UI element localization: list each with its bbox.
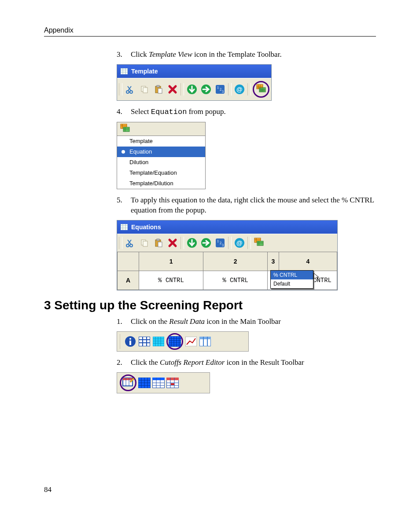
section-heading: 3 Setting up the Screening Report xyxy=(44,298,376,312)
popup-item-equation[interactable]: Equation xyxy=(117,147,205,157)
copy-icon[interactable] xyxy=(138,237,151,249)
svg-point-2 xyxy=(130,91,133,93)
down-arrow-icon[interactable] xyxy=(186,83,198,95)
grid-icon xyxy=(121,224,128,230)
context-item-cntrl[interactable]: % CNTRL xyxy=(271,271,313,279)
svg-text:2: 2 xyxy=(220,241,221,245)
running-head: Appendix xyxy=(44,26,376,37)
delete-icon[interactable] xyxy=(166,237,179,249)
svg-rect-6 xyxy=(157,85,159,87)
page-number: 84 xyxy=(44,485,52,494)
main-toolbar xyxy=(117,331,249,352)
template-view-icon xyxy=(120,124,130,134)
paste-icon[interactable] xyxy=(152,237,165,249)
popup-item-template-dilution[interactable]: Template/Dilution xyxy=(117,178,205,189)
svg-text:@: @ xyxy=(236,239,243,246)
svg-text:@: @ xyxy=(236,86,243,93)
svg-text:3: 3 xyxy=(222,90,224,94)
down-arrow-icon[interactable] xyxy=(186,237,198,249)
step-num: 2. xyxy=(117,358,125,368)
grid-blue-icon[interactable] xyxy=(138,335,151,348)
svg-rect-4 xyxy=(143,88,147,93)
svg-point-22 xyxy=(130,244,133,247)
grid-blue-icon[interactable] xyxy=(138,377,151,389)
popup-menu: Template Equation Dilution Template/Equa… xyxy=(117,122,206,189)
copy-icon[interactable] xyxy=(138,83,151,95)
chart-icon[interactable] xyxy=(185,335,197,348)
cutoffs-editor-icon[interactable] xyxy=(122,377,134,389)
numbers-icon[interactable]: 123 xyxy=(214,237,226,249)
table-icon[interactable] xyxy=(199,335,211,348)
svg-rect-54 xyxy=(171,383,174,385)
section-title: Setting up the Screening Report xyxy=(54,298,243,312)
grid-cyan-icon[interactable] xyxy=(152,335,165,348)
col-head-4: 4 xyxy=(279,252,337,271)
paste-icon[interactable] xyxy=(152,83,165,95)
cell-a1[interactable]: % CNTRL xyxy=(139,271,203,290)
cell-a2[interactable]: % CNTRL xyxy=(203,271,268,290)
svg-text:3: 3 xyxy=(222,243,224,247)
equations-table: 1 2 3 4 A % CNTRL % CNTRL % CNTRL xyxy=(117,252,337,290)
equations-title: Equations xyxy=(131,224,161,231)
template-toolbar: 123 @ xyxy=(117,78,271,100)
cut-icon[interactable] xyxy=(124,237,136,249)
cut-icon[interactable] xyxy=(124,83,136,95)
grid-icon xyxy=(121,68,128,74)
svg-rect-27 xyxy=(158,242,162,247)
popup-list: Template Equation Dilution Template/Equa… xyxy=(117,136,205,189)
template-view-icon[interactable] xyxy=(255,83,267,95)
equations-toolbar: 123 @ xyxy=(117,234,337,252)
template-view-icon[interactable] xyxy=(253,237,265,249)
svg-rect-37 xyxy=(257,241,263,246)
svg-point-1 xyxy=(126,91,129,93)
step-text: Click on the Result Data icon in the Mai… xyxy=(131,317,281,327)
equations-window: Equations 123 @ xyxy=(117,220,338,290)
step-3: 3. Click Template View icon in the Templ… xyxy=(117,50,376,60)
context-item-default[interactable]: Default xyxy=(271,279,313,288)
bullet-icon xyxy=(122,150,125,154)
equations-titlebar: Equations xyxy=(117,220,337,234)
svg-rect-41 xyxy=(139,337,150,346)
svg-rect-20 xyxy=(121,224,128,230)
result-data-icon[interactable] xyxy=(169,335,181,348)
svg-rect-53 xyxy=(166,378,179,380)
result-toolbar xyxy=(117,372,210,393)
context-menu: % CNTRL Default xyxy=(270,270,313,289)
right-arrow-icon[interactable] xyxy=(200,83,212,95)
cell-a3[interactable]: % CNTRL Default xyxy=(268,271,279,290)
svg-text:1: 1 xyxy=(217,86,219,90)
popup-item-template-equation[interactable]: Template/Equation xyxy=(117,168,205,178)
step-text: Click Template View icon in the Template… xyxy=(131,50,282,60)
popup-item-dilution[interactable]: Dilution xyxy=(117,157,205,168)
popup-item-template[interactable]: Template xyxy=(117,136,205,147)
template-title: Template xyxy=(131,68,158,75)
svg-rect-24 xyxy=(143,241,147,246)
numbers-icon[interactable]: 123 xyxy=(214,83,226,95)
step-5: 5. To apply this equation to the data, r… xyxy=(117,195,376,216)
step-4: 4. Select Equation from popup. xyxy=(117,107,376,117)
col-head-3: 3 xyxy=(268,252,279,271)
svg-rect-19 xyxy=(123,127,129,132)
right-arrow-icon[interactable] xyxy=(200,237,212,249)
cursor-icon xyxy=(313,273,321,282)
svg-rect-7 xyxy=(158,88,162,93)
svg-rect-51 xyxy=(152,378,165,380)
svg-rect-42 xyxy=(153,337,164,346)
svg-text:2: 2 xyxy=(220,88,221,92)
grid-redmark-icon[interactable] xyxy=(166,377,179,389)
delete-icon[interactable] xyxy=(166,83,179,95)
svg-rect-48 xyxy=(123,378,133,380)
step-b1: 1. Click on the Result Data icon in the … xyxy=(117,317,376,327)
grid-header-icon[interactable] xyxy=(152,377,165,389)
step-text: Select Equation from popup. xyxy=(131,107,226,117)
corner-cell xyxy=(118,252,139,271)
at-icon[interactable]: @ xyxy=(233,83,246,95)
info-icon[interactable] xyxy=(124,335,136,348)
step-num: 5. xyxy=(117,195,125,216)
svg-text:1: 1 xyxy=(217,239,219,243)
at-icon[interactable]: @ xyxy=(233,237,246,249)
col-head-1: 1 xyxy=(139,252,203,271)
table-row: A % CNTRL % CNTRL % CNTRL Default CNTRL xyxy=(118,271,337,290)
svg-rect-40 xyxy=(129,341,131,345)
highlight-circle xyxy=(253,81,269,98)
